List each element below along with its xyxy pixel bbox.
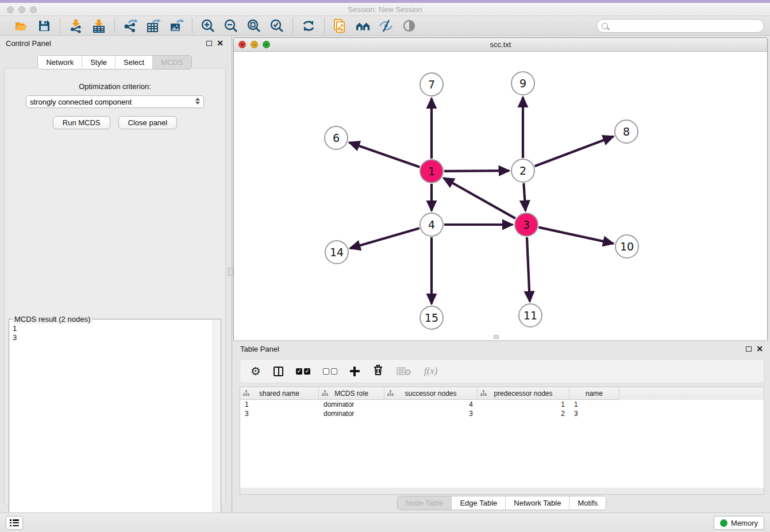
mcds-result-text[interactable]: 1 3 [13, 324, 213, 532]
table-hscrollbar[interactable] [240, 488, 764, 495]
search-input[interactable] [608, 20, 764, 32]
zoom-in-icon[interactable] [201, 18, 215, 33]
graph-node-4[interactable]: 4 [419, 213, 444, 237]
edge-2-3[interactable] [523, 183, 525, 211]
graph-node-8[interactable]: 8 [614, 119, 638, 144]
zoom-out-icon[interactable] [224, 18, 238, 33]
column-header-name[interactable]: name [569, 387, 619, 400]
edge-3-1[interactable] [444, 178, 515, 218]
cell-MCDS-role[interactable]: dominator [319, 400, 384, 409]
cell-predecessor-nodes[interactable]: 1 [478, 400, 569, 409]
run-mcds-button[interactable]: Run MCDS [53, 116, 110, 129]
tab-style[interactable]: Style [82, 56, 116, 69]
export-table-icon[interactable] [146, 18, 161, 33]
graph-node-11[interactable]: 11 [518, 303, 542, 327]
node-table: shared nameMCDS rolesuccessor nodesprede… [240, 387, 764, 488]
delete-column-icon[interactable] [372, 364, 384, 379]
zoom-selected-icon[interactable] [270, 18, 284, 33]
apply-layout-icon[interactable] [301, 18, 316, 33]
select-all-icon[interactable]: ✓✓ [296, 368, 310, 375]
column-header-MCDS-role[interactable]: MCDS role [319, 387, 384, 400]
tab-node-table[interactable]: Node Table [398, 496, 452, 510]
graph-node-2[interactable]: 2 [511, 159, 535, 183]
column-header-shared-name[interactable]: shared name [240, 387, 319, 400]
cell-successor-nodes[interactable]: 3 [384, 409, 478, 418]
status-bar: Memory [0, 512, 770, 532]
network-canvas[interactable]: 1234678910111415 [234, 52, 767, 340]
control-panel-title: Control Panel [6, 39, 51, 48]
hide-selected-icon[interactable] [379, 18, 394, 33]
import-network-icon[interactable] [68, 18, 83, 33]
graph-node-9[interactable]: 9 [511, 71, 535, 95]
export-image-icon[interactable] [169, 18, 184, 33]
clone-network-icon[interactable] [333, 18, 348, 33]
canvas-resize-handle[interactable] [494, 335, 499, 339]
cell-successor-nodes[interactable]: 4 [384, 400, 478, 409]
edge-3-11[interactable] [527, 237, 530, 302]
export-network-icon[interactable] [123, 18, 138, 33]
graph-node-3[interactable]: 3 [514, 213, 538, 237]
edge-3-10[interactable] [538, 228, 613, 244]
panel-divider-handle[interactable] [228, 268, 233, 276]
edge-2-8[interactable] [535, 136, 614, 166]
task-history-button[interactable] [6, 516, 23, 530]
column-header-predecessor-nodes[interactable]: predecessor nodes [478, 387, 569, 400]
mcds-result-box: MCDS result (2 nodes) 1 3 [9, 319, 221, 532]
session-title: Session: New Session [0, 5, 770, 14]
table-header-row: shared nameMCDS rolesuccessor nodesprede… [240, 387, 764, 400]
cell-name[interactable]: 1 [569, 400, 619, 409]
edge-4-14[interactable] [350, 228, 419, 248]
network-view-window: ✕ − + scc.txt 1234678910111415 [233, 37, 768, 340]
graph-node-10[interactable]: 10 [615, 234, 639, 259]
tab-network-table[interactable]: Network Table [506, 496, 569, 510]
application-window: Session: New Session [0, 0, 770, 532]
cell-name[interactable]: 3 [569, 409, 619, 418]
table-row-2[interactable]: 3dominator323 [240, 409, 764, 418]
column-header-successor-nodes[interactable]: successor nodes [384, 387, 478, 400]
search-field[interactable] [596, 19, 764, 33]
open-session-icon[interactable] [14, 18, 29, 33]
tab-motifs[interactable]: Motifs [569, 496, 606, 510]
graph-node-1[interactable]: 1 [419, 159, 444, 183]
show-graphics-details-icon[interactable] [402, 18, 417, 33]
delete-table-icon [396, 367, 411, 376]
maximize-view-icon[interactable]: + [263, 41, 270, 48]
memory-label: Memory [731, 519, 758, 527]
float-table-panel-icon[interactable] [746, 346, 752, 352]
add-column-icon[interactable] [350, 367, 360, 376]
tab-mcds[interactable]: MCDS [153, 56, 191, 69]
deselect-all-icon[interactable] [323, 368, 337, 375]
memory-button[interactable]: Memory [714, 516, 764, 530]
cell-shared-name[interactable]: 1 [240, 400, 319, 409]
edge-1-2[interactable] [444, 171, 509, 171]
cell-MCDS-role[interactable]: dominator [319, 409, 384, 418]
show-columns-icon[interactable] [274, 367, 283, 376]
edges-layer [234, 52, 767, 340]
optimization-criterion-select[interactable]: strongly connected component [26, 95, 204, 108]
import-table-icon[interactable] [91, 18, 106, 33]
close-table-panel-icon[interactable]: ✕ [756, 345, 763, 353]
minimize-view-icon[interactable]: − [251, 41, 258, 48]
close-view-icon[interactable]: ✕ [238, 41, 246, 48]
close-panel-icon[interactable]: ✕ [217, 39, 224, 47]
edge-1-6[interactable] [349, 142, 420, 167]
result-scrollbar[interactable] [213, 320, 220, 532]
table-options-icon[interactable]: ⚙ [251, 365, 261, 377]
graph-node-14[interactable]: 14 [325, 240, 349, 264]
graph-node-6[interactable]: 6 [324, 126, 348, 150]
zoom-fit-icon[interactable] [247, 18, 261, 33]
cell-predecessor-nodes[interactable]: 2 [478, 409, 569, 418]
close-panel-button[interactable]: Close panel [118, 116, 178, 129]
save-session-icon[interactable] [37, 18, 52, 33]
tab-edge-table[interactable]: Edge Table [452, 496, 506, 510]
graph-node-15[interactable]: 15 [419, 306, 444, 330]
tab-select[interactable]: Select [116, 56, 153, 69]
tab-network[interactable]: Network [38, 56, 82, 69]
float-panel-icon[interactable] [206, 41, 212, 46]
network-title: scc.txt [234, 38, 767, 49]
table-row-1[interactable]: 1dominator411 [240, 400, 764, 409]
show-all-networks-icon[interactable] [356, 18, 371, 33]
cell-shared-name[interactable]: 3 [240, 409, 319, 418]
network-window-titlebar[interactable]: ✕ − + scc.txt [234, 38, 767, 52]
graph-node-7[interactable]: 7 [419, 72, 444, 97]
